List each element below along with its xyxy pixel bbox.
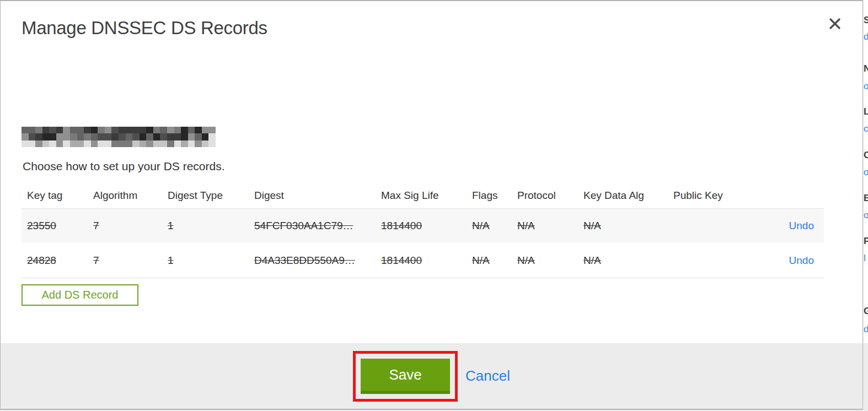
col-header-key-tag: Key tag	[22, 190, 88, 202]
cancel-link[interactable]: Cancel	[465, 367, 510, 385]
manage-dnssec-dialog: Manage DNSSEC DS Records Choose how to s…	[0, 0, 863, 410]
col-header-digest-type: Digest Type	[162, 190, 249, 202]
table-header-row: Key tag Algorithm Digest Type Digest Max…	[22, 183, 824, 209]
cell-key-tag: 24828	[27, 255, 56, 266]
table-row: 23550 7 1 54FCF030AA1C79… 1814400 N/A N/…	[22, 209, 824, 243]
table-row: 24828 7 1 D4A33E8DD550A9… 1814400 N/A N/…	[22, 243, 824, 278]
redacted-domain	[22, 127, 216, 147]
cell-protocol: N/A	[517, 220, 535, 231]
cell-key-tag: 23550	[27, 220, 56, 231]
cell-key-data-alg: N/A	[583, 220, 601, 231]
add-ds-record-button[interactable]: Add DS Record	[22, 284, 138, 306]
col-header-protocol: Protocol	[512, 190, 578, 202]
dialog-title: Manage DNSSEC DS Records	[22, 18, 267, 39]
ds-records-table: Key tag Algorithm Digest Type Digest Max…	[22, 183, 824, 278]
col-header-max-sig-life: Max Sig Life	[376, 190, 467, 202]
cell-algorithm: 7	[93, 255, 99, 266]
close-button[interactable]	[826, 14, 844, 33]
dialog-subtitle: Choose how to set up your DS records.	[23, 160, 225, 173]
close-icon	[829, 18, 841, 30]
col-header-public-key: Public Key	[668, 190, 774, 202]
undo-link[interactable]: Undo	[789, 220, 814, 231]
save-button[interactable]: Save	[361, 359, 450, 394]
col-header-key-data-alg: Key Data Alg	[578, 190, 668, 202]
col-header-algorithm: Algorithm	[88, 190, 162, 202]
cell-flags: N/A	[472, 220, 490, 231]
cell-digest: D4A33E8DD550A9…	[254, 255, 355, 266]
col-header-flags: Flags	[467, 190, 512, 202]
cell-max-sig-life: 1814400	[381, 220, 422, 231]
undo-link[interactable]: Undo	[789, 255, 814, 266]
page-behind-fragments: SdNoLcCoEoPlGd	[864, 0, 868, 343]
cell-flags: N/A	[472, 255, 490, 266]
dialog-footer: Save Cancel	[1, 343, 862, 409]
col-header-digest: Digest	[249, 190, 376, 202]
cell-key-data-alg: N/A	[583, 255, 601, 266]
cell-digest-type: 1	[168, 220, 174, 231]
cell-algorithm: 7	[93, 220, 99, 231]
cell-max-sig-life: 1814400	[381, 255, 422, 266]
annotation-highlight-box: Save	[353, 351, 458, 402]
cell-digest: 54FCF030AA1C79…	[254, 220, 353, 231]
cell-digest-type: 1	[168, 255, 174, 266]
cell-protocol: N/A	[517, 255, 535, 266]
